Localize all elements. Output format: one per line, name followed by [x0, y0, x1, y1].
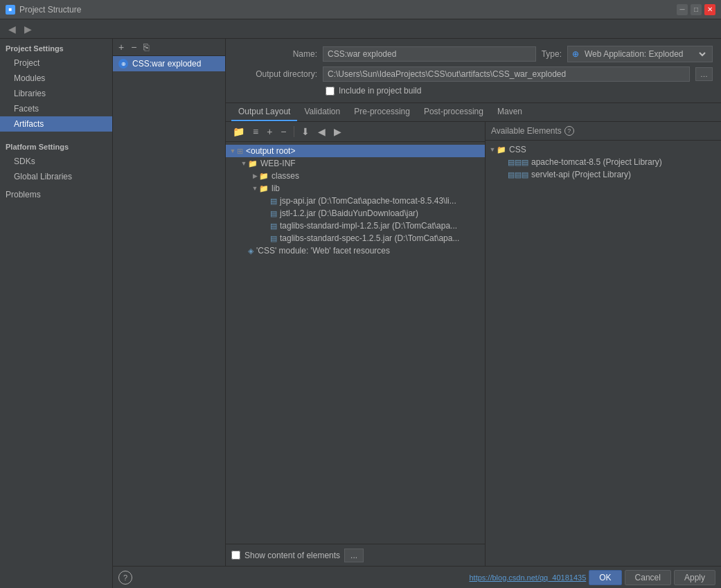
right-main: + − ⎘ ⊕ CSS:war exploded — [113, 39, 721, 588]
toolbar-move-down[interactable]: ⬇ — [299, 125, 312, 139]
toolbar-separator — [294, 126, 294, 137]
tree-item-web-inf[interactable]: ▼ 📁 WEB-INF — [226, 157, 485, 170]
sidebar-item-problems[interactable]: Problems — [0, 184, 112, 202]
tree-arrow-output-root: ▼ — [229, 148, 237, 154]
title-bar: ■ Project Structure ─ □ ✕ — [0, 0, 721, 19]
available-help-icon[interactable]: ? — [564, 126, 574, 136]
sidebar-item-project[interactable]: Project — [0, 55, 112, 71]
sidebar-item-facets[interactable]: Facets — [0, 101, 112, 116]
jar-icon-taglibs-spec: ▤ — [270, 234, 277, 243]
main-container: ◀ ▶ Project Settings Project Modules Lib… — [0, 19, 721, 588]
toolbar-add-btn[interactable]: + — [264, 125, 275, 139]
artifact-list-panel: + − ⎘ ⊕ CSS:war exploded — [113, 39, 226, 566]
show-content-label: Show content of elements — [244, 551, 340, 560]
include-in-build-checkbox[interactable] — [326, 87, 335, 96]
copy-artifact-button[interactable]: ⎘ — [141, 41, 152, 53]
config-and-tabs: Name: Type: ⊕ Web Application: Exploded — [226, 39, 721, 566]
title-bar-title: Project Structure — [19, 5, 81, 15]
bottom-bar: Show content of elements ... — [226, 544, 485, 566]
sidebar-item-libraries[interactable]: Libraries — [0, 86, 112, 101]
name-input[interactable] — [323, 46, 536, 62]
available-folder-icon-css: 📁 — [497, 145, 506, 154]
back-button[interactable]: ◀ — [6, 22, 19, 36]
name-row: Name: Type: ⊕ Web Application: Exploded — [234, 46, 713, 62]
artifact-list-item-css-war[interactable]: ⊕ CSS:war exploded — [113, 56, 225, 71]
tab-maven[interactable]: Maven — [490, 103, 529, 121]
available-apache-tomcat[interactable]: ▶ ▤▤▤ apache-tomcat-8.5 (Project Library… — [486, 156, 721, 168]
available-content: ▼ 📁 CSS ▶ ▤▤▤ apache-tomcat-8.5 (Projec — [486, 141, 721, 566]
maximize-button[interactable]: □ — [691, 4, 702, 15]
tab-pre-processing[interactable]: Pre-processing — [347, 103, 417, 121]
ok-button[interactable]: OK — [589, 570, 621, 585]
more-button[interactable]: ... — [344, 549, 364, 562]
module-icon-css: ◈ — [248, 247, 253, 256]
tree-item-jsp-api[interactable]: ▶ ▤ jsp-api.jar (D:\TomCat\apache-tomcat… — [226, 195, 485, 207]
tree-item-css-module[interactable]: ▶ ◈ 'CSS' module: 'Web' facet resources — [226, 244, 485, 257]
available-arrow-css: ▼ — [488, 146, 497, 153]
type-select-container[interactable]: ⊕ Web Application: Exploded — [567, 46, 713, 62]
main-content-wrapper: + − ⎘ ⊕ CSS:war exploded — [113, 39, 721, 566]
tree-item-taglibs-impl[interactable]: ▶ ▤ taglibs-standard-impl-1.2.5.jar (D:\… — [226, 220, 485, 232]
output-dir-label: Output directory: — [234, 69, 317, 79]
tree-item-output-root[interactable]: ▼ ⊞ <output root> — [226, 145, 485, 157]
forward-button[interactable]: ▶ — [21, 22, 35, 36]
tree-item-lib[interactable]: ▼ 📁 lib — [226, 182, 485, 195]
footer: ? https://blog.csdn.net/qq_40181435 OK C… — [113, 566, 721, 588]
artifact-list-toolbar: + − ⎘ — [113, 39, 225, 56]
app-icon: ■ — [6, 5, 15, 15]
toolbar-list-icon[interactable]: ≡ — [250, 125, 261, 139]
minimize-button[interactable]: ─ — [677, 4, 688, 15]
available-servlet-api[interactable]: ▶ ▤▤▤ servlet-api (Project Library) — [486, 168, 721, 181]
tree-item-classes[interactable]: ▶ 📁 classes — [226, 170, 485, 182]
content-area: Project Settings Project Modules Librari… — [0, 39, 721, 588]
footer-url[interactable]: https://blog.csdn.net/qq_40181435 — [469, 573, 586, 582]
folder-icon-web-inf: 📁 — [248, 159, 258, 168]
available-css-folder[interactable]: ▼ 📁 CSS — [486, 143, 721, 156]
close-button[interactable]: ✕ — [704, 4, 715, 15]
config-area: Name: Type: ⊕ Web Application: Exploded — [226, 39, 721, 103]
tree-item-jstl[interactable]: ▶ ▤ jstl-1.2.jar (D:\BaiduYunDownload\ja… — [226, 207, 485, 220]
toolbar-dir-icon[interactable]: 📁 — [230, 125, 247, 139]
footer-right: https://blog.csdn.net/qq_40181435 OK Can… — [469, 570, 715, 585]
include-in-build-label: Include in project build — [339, 86, 421, 96]
tab-post-processing[interactable]: Post-processing — [417, 103, 490, 121]
platform-settings-header: Platform Settings — [0, 137, 112, 154]
folder-icon-lib: 📁 — [259, 184, 269, 193]
sidebar-item-artifacts[interactable]: Artifacts — [0, 116, 112, 132]
type-select[interactable]: Web Application: Exploded — [582, 48, 708, 60]
remove-artifact-button[interactable]: − — [128, 41, 139, 53]
available-panel: Available Elements ? ▼ 📁 CSS — [486, 122, 721, 566]
include-in-build-row: Include in project build — [234, 86, 713, 96]
add-artifact-button[interactable]: + — [116, 41, 127, 53]
sidebar-item-sdks[interactable]: SDKs — [0, 154, 112, 169]
available-lib-icon-servlet: ▤▤▤ — [508, 170, 528, 179]
nav-bar: ◀ ▶ — [0, 19, 721, 39]
artifact-globe-icon: ⊕ — [118, 59, 128, 69]
apply-button[interactable]: Apply — [674, 570, 715, 585]
sidebar-item-modules[interactable]: Modules — [0, 71, 112, 86]
available-lib-icon-tomcat: ▤▤▤ — [508, 158, 528, 167]
artifact-list-content: ⊕ CSS:war exploded — [113, 56, 225, 566]
tab-validation[interactable]: Validation — [297, 103, 347, 121]
project-settings-header: Project Settings — [0, 39, 112, 55]
tree-panel: 📁 ≡ + − ⬇ ◀ ▶ — [226, 122, 486, 566]
toolbar-arrow-right[interactable]: ▶ — [331, 125, 344, 139]
tree-item-taglibs-spec[interactable]: ▶ ▤ taglibs-standard-spec-1.2.5.jar (D:\… — [226, 232, 485, 244]
tree-arrow-classes: ▶ — [251, 172, 259, 179]
toolbar-remove-btn[interactable]: − — [278, 125, 289, 139]
root-icon: ⊞ — [237, 147, 243, 156]
sidebar-item-global-libraries[interactable]: Global Libraries — [0, 169, 112, 184]
footer-help-icon[interactable]: ? — [118, 571, 132, 585]
tree-arrow-lib: ▼ — [251, 185, 259, 192]
output-dir-input[interactable] — [323, 66, 690, 82]
tree-content: ▼ ⊞ <output root> ▼ 📁 WEB-INF — [226, 142, 485, 544]
available-header: Available Elements ? — [486, 122, 721, 141]
show-content-checkbox[interactable] — [231, 551, 240, 560]
type-label: Type: — [542, 49, 562, 59]
browse-button[interactable]: … — [695, 67, 713, 81]
jar-icon-taglibs-impl: ▤ — [270, 222, 277, 231]
tab-output-layout[interactable]: Output Layout — [231, 103, 297, 121]
toolbar-arrow-left[interactable]: ◀ — [315, 125, 328, 139]
jar-icon-jstl: ▤ — [270, 209, 277, 218]
cancel-button[interactable]: Cancel — [625, 570, 671, 585]
